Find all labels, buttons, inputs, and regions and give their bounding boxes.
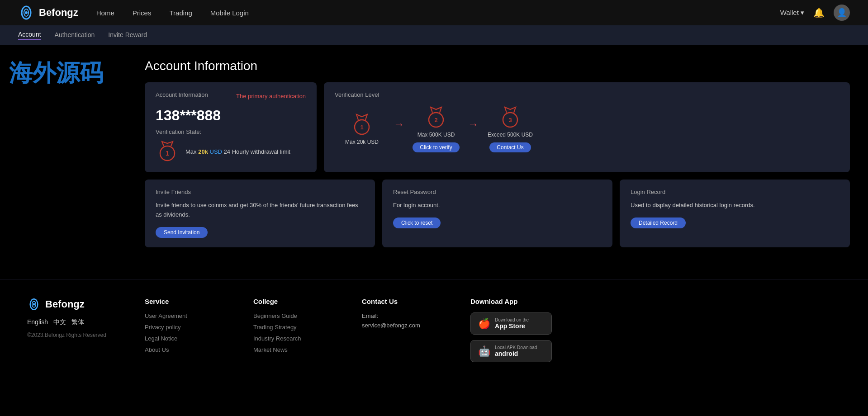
verif-level-3: 3 Exceed 500K USD Contact Us [483,105,537,152]
verification-state-label: Verification State: [156,128,306,135]
android-button[interactable]: 🤖 Local APK Download android [470,340,552,362]
footer-download-heading: Download App [470,298,561,305]
subnav-invite-reward[interactable]: Invite Reward [108,31,147,39]
contact-us-button[interactable]: Contact Us [489,142,531,152]
medal-level1-icon: 1 [156,140,179,163]
bottom-cards: Invite Friends Invite friends to use coi… [145,180,850,247]
logo-text: Befongz [39,7,78,19]
click-to-verify-button[interactable]: Click to verify [413,142,459,152]
footer-user-agreement[interactable]: User Agreement [145,312,226,319]
app-store-text: Download on the App Store [495,317,529,330]
badge-usd: USD [210,148,222,155]
footer-trading-strategy[interactable]: Trading Strategy [253,324,335,331]
arrow-icon-1: → [394,118,404,131]
detailed-record-button[interactable]: Detailed Record [631,217,686,228]
footer-about-us[interactable]: About Us [145,346,226,353]
verif-level-1: 1 Max 20k USD [335,113,389,145]
wallet-button[interactable]: Wallet ▾ [780,9,804,17]
avatar[interactable]: 👤 [834,5,850,21]
reset-password-label: Reset Password [393,189,602,195]
primary-auth-text: The primary authentication [236,93,306,99]
footer-beginners-guide[interactable]: Beginners Guide [253,312,335,319]
android-name: android [495,350,537,357]
footer: Befongz English 中文 繁体 ©2023.Befongz Righ… [0,279,868,381]
nav-left: Befongz Home Prices Trading Mobile Login [18,5,249,21]
footer-legal-notice[interactable]: Legal Notice [145,335,226,342]
badge-hourly: Hourly withdrawal limit [232,148,290,155]
account-card-header: Account Information The primary authenti… [156,91,306,101]
android-small: Local APK Download [495,345,537,350]
send-invitation-button[interactable]: Send Invitation [156,227,208,238]
footer-contact: Contact Us Email: service@befongz.com [362,298,443,368]
svg-text:1: 1 [360,124,363,131]
account-phone: 138***888 [156,107,306,124]
footer-contact-heading: Contact Us [362,298,443,305]
footer-email-label: Email: [362,312,443,319]
page-area: Account Information Account Information … [145,59,850,247]
footer-copyright: ©2023.Befongz Rights Reserved [27,332,118,338]
badge-text: Max 20k USD 24 Hourly withdrawal limit [185,148,290,155]
svg-text:2: 2 [434,117,437,123]
svg-text:3: 3 [508,117,512,123]
nav-trading[interactable]: Trading [169,9,192,17]
top-navigation: Befongz Home Prices Trading Mobile Login… [0,0,868,25]
invite-friends-card: Invite Friends Invite friends to use coi… [145,180,375,247]
lang-english[interactable]: English [27,318,48,326]
verification-level-label: Verification Level [335,91,839,98]
footer-download: Download App 🍎 Download on the App Store… [470,298,561,368]
top-cards: Account Information The primary authenti… [145,82,850,172]
footer-service-heading: Service [145,298,226,305]
footer-college-heading: College [253,298,335,305]
bell-icon[interactable]: 🔔 [813,7,825,18]
footer-service: Service User Agreement Privacy policy Le… [145,298,226,368]
footer-logo: Befongz [27,298,118,311]
footer-industry-research[interactable]: Industry Research [253,335,335,342]
logo-icon [18,5,34,21]
sub-nav-wrapper: Account Authentication Invite Reward [0,25,868,45]
verif-level-2-label: Max 500K USD [417,132,455,138]
reset-password-card: Reset Password For login account. Click … [382,180,612,247]
subnav-authentication[interactable]: Authentication [55,31,95,39]
login-record-text: Used to display detailed historical logi… [631,201,839,210]
account-info-card: Account Information The primary authenti… [145,82,317,172]
click-to-reset-button[interactable]: Click to reset [393,217,441,228]
nav-home[interactable]: Home [96,9,114,17]
android-icon: 🤖 [478,345,490,357]
nav-logo[interactable]: Befongz [18,5,78,21]
medal-icon-1: 1 [350,113,374,136]
footer-email: service@befongz.com [362,322,443,329]
sub-navigation: Account Authentication Invite Reward [0,25,868,45]
android-store-text: Local APK Download android [495,345,537,357]
lang-traditional[interactable]: 繁体 [71,318,84,326]
svg-text:1: 1 [166,150,169,157]
login-record-card: Login Record Used to display detailed hi… [620,180,850,247]
footer-lang: English 中文 繁体 [27,318,118,326]
nav-mobile-login[interactable]: Mobile Login [210,9,249,17]
footer-brand: Befongz English 中文 繁体 ©2023.Befongz Righ… [27,298,118,368]
app-store-name: App Store [495,322,529,330]
verification-level-card: Verification Level 1 Max 20k USD → [324,82,850,172]
subnav-account[interactable]: Account [18,31,41,40]
main-content: 海外源码 Account Information Account Informa… [0,45,868,261]
footer-privacy-policy[interactable]: Privacy policy [145,324,226,331]
footer-market-news[interactable]: Market News [253,346,335,353]
lang-chinese[interactable]: 中文 [53,318,66,326]
verif-level-2: 2 Max 500K USD Click to verify [409,105,463,152]
badge-limit: 24 [224,148,230,155]
footer-logo-icon [27,298,41,311]
login-record-label: Login Record [631,189,839,195]
verification-badge: 1 Max 20k USD 24 Hourly withdrawal limit [156,140,306,163]
svg-point-13 [33,303,35,306]
svg-point-2 [25,11,28,14]
verif-level-1-label: Max 20k USD [345,139,379,145]
medal-icon-2: 2 [424,105,448,129]
watermark: 海外源码 [9,59,103,87]
medal-icon-3: 3 [498,105,522,129]
nav-prices[interactable]: Prices [133,9,152,17]
app-store-button[interactable]: 🍎 Download on the App Store [470,312,552,335]
page-title: Account Information [145,59,850,73]
arrow-icon-2: → [468,118,479,131]
footer-logo-text: Befongz [45,298,85,310]
apple-icon: 🍎 [478,318,490,330]
invite-friends-label: Invite Friends [156,189,364,195]
